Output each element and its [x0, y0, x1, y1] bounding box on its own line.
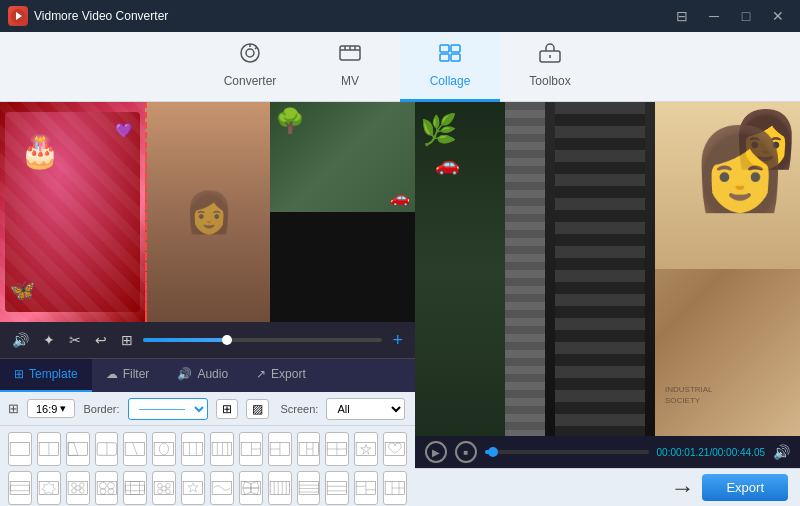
volume-btn[interactable]: 🔊	[8, 330, 33, 350]
svg-point-3	[246, 49, 254, 57]
template-feather[interactable]	[210, 471, 234, 505]
template-star6[interactable]	[181, 471, 205, 505]
minimize-btn[interactable]: ─	[700, 6, 728, 26]
svg-rect-17	[10, 443, 30, 456]
preview-outdoor-strip[interactable]: 🌿 🚗 🏢	[415, 102, 545, 436]
svg-rect-69	[154, 482, 174, 495]
svg-point-70	[158, 483, 163, 488]
template-hexstar[interactable]	[37, 471, 61, 505]
template-c4[interactable]	[95, 471, 119, 505]
template-grid4[interactable]	[325, 432, 349, 466]
template-heart[interactable]	[383, 432, 407, 466]
svg-point-74	[162, 486, 167, 491]
svg-rect-55	[68, 482, 88, 495]
grid-view-btn[interactable]: ⊞	[216, 399, 238, 419]
cut-btn[interactable]: ✂	[65, 330, 85, 350]
template-v2[interactable]	[181, 432, 205, 466]
progress-thumb	[222, 335, 232, 345]
template-butterfly[interactable]	[239, 471, 263, 505]
template-mix5[interactable]	[383, 471, 407, 505]
extra-btn[interactable]: ⊟	[668, 6, 696, 26]
preview-dark-strip[interactable]	[545, 102, 655, 436]
template-v4[interactable]	[268, 471, 292, 505]
progress-fill	[143, 338, 227, 342]
tab-template[interactable]: ⊞ Template	[0, 359, 92, 393]
svg-marker-54	[42, 482, 56, 493]
tab-mv[interactable]: MV	[300, 32, 400, 102]
tab-filter[interactable]: ☁ Filter	[92, 359, 164, 393]
template-oval[interactable]	[152, 432, 176, 466]
preview-thumb	[488, 447, 498, 457]
template-slant[interactable]	[123, 432, 147, 466]
export-label: Export	[271, 367, 306, 381]
layout-btn[interactable]: ⊞	[117, 330, 137, 350]
template-rounded[interactable]	[95, 432, 119, 466]
preview-volume-icon[interactable]: 🔊	[773, 444, 790, 460]
template-snow[interactable]	[152, 471, 176, 505]
tab-converter[interactable]: Converter	[200, 32, 300, 102]
screen-label: Screen:	[281, 403, 319, 415]
collage-frame-face[interactable]: 👩	[145, 102, 270, 322]
template-trapez[interactable]	[66, 432, 90, 466]
template-label: Template	[29, 367, 78, 381]
right-panel: 🌿 🚗 🏢 👩	[415, 102, 800, 506]
tab-toolbox[interactable]: Toolbox	[500, 32, 600, 102]
preview-person-strip[interactable]: 👩 INDUSTRIALSOCIETY	[655, 102, 800, 436]
undo-btn[interactable]: ↩	[91, 330, 111, 350]
preview-progress-bar[interactable]	[485, 450, 649, 454]
app-title: Vidmore Video Converter	[34, 9, 168, 23]
collage-icon	[437, 42, 463, 70]
svg-rect-79	[270, 482, 290, 495]
screen-selector[interactable]: All Screen 1 Screen 2	[326, 398, 405, 420]
hatch-btn[interactable]: ▨	[246, 399, 269, 419]
add-media-btn[interactable]: +	[388, 328, 407, 353]
tab-export[interactable]: ↗ Export	[242, 359, 320, 393]
template-mix4[interactable]	[354, 471, 378, 505]
video-area: 🎂 🦋 💜 👩 🌳 🚗	[0, 102, 415, 322]
export-icon: ↗	[256, 367, 266, 381]
ratio-selector[interactable]: 16:9 ▾	[27, 399, 75, 418]
template-banner[interactable]	[8, 471, 32, 505]
video-controls: 🔊 ✦ ✂ ↩ ⊞ +	[0, 322, 415, 358]
tab-audio[interactable]: 🔊 Audio	[163, 359, 242, 393]
template-mix3[interactable]	[297, 432, 321, 466]
preview-stop-btn[interactable]: ■	[455, 441, 477, 463]
main-content: 🎂 🦋 💜 👩 🌳 🚗 🔊	[0, 102, 800, 506]
mv-label: MV	[341, 74, 359, 88]
audio-label: Audio	[197, 367, 228, 381]
video-progress[interactable]	[143, 338, 382, 342]
collage-frame-cake[interactable]: 🎂 🦋 💜	[0, 102, 145, 322]
template-v3[interactable]	[210, 432, 234, 466]
svg-point-64	[100, 489, 106, 495]
nav-tabs: Converter MV Collage	[0, 32, 800, 102]
template-lines3[interactable]	[325, 471, 349, 505]
svg-point-73	[166, 489, 171, 494]
preview-play-btn[interactable]: ▶	[425, 441, 447, 463]
border-selector[interactable]: ────── - - - - · · · ·	[128, 398, 208, 420]
template-single[interactable]	[8, 432, 32, 466]
collage-frame-outdoor[interactable]: 🌳 🚗	[270, 102, 415, 212]
template-cross4[interactable]	[123, 471, 147, 505]
title-bar-left: Vidmore Video Converter	[8, 6, 168, 26]
filter-label: Filter	[123, 367, 150, 381]
template-mix2[interactable]	[268, 432, 292, 466]
svg-point-63	[107, 482, 114, 489]
export-bar: → Export	[415, 468, 800, 506]
maximize-btn[interactable]: □	[732, 6, 760, 26]
template-star[interactable]	[354, 432, 378, 466]
template-mix1[interactable]	[239, 432, 263, 466]
template-grid	[0, 426, 415, 506]
export-button[interactable]: Export	[702, 474, 788, 501]
template-h4[interactable]	[297, 471, 321, 505]
template-h2[interactable]	[37, 432, 61, 466]
app-icon	[8, 6, 28, 26]
svg-rect-75	[183, 482, 203, 495]
svg-rect-67	[131, 482, 140, 495]
left-panel: 🎂 🦋 💜 👩 🌳 🚗 🔊	[0, 102, 415, 506]
template-flower[interactable]	[66, 471, 90, 505]
effects-btn[interactable]: ✦	[39, 330, 59, 350]
tab-collage[interactable]: Collage	[400, 32, 500, 102]
converter-label: Converter	[224, 74, 277, 88]
svg-rect-68	[126, 485, 146, 491]
close-btn[interactable]: ✕	[764, 6, 792, 26]
